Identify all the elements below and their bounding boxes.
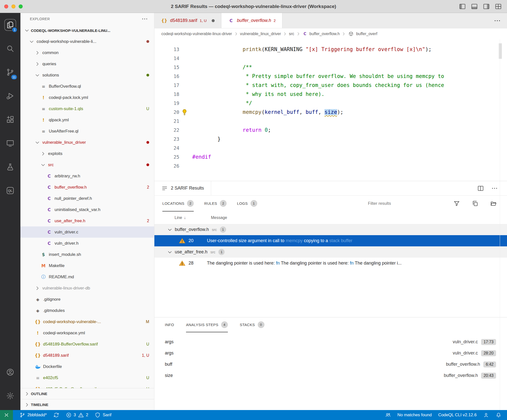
activity-bar-item-extensions[interactable] bbox=[0, 108, 20, 131]
filter-results-input[interactable]: Filter results bbox=[368, 201, 391, 206]
message-link[interactable]: fn bbox=[350, 261, 354, 266]
tree-item-vulnerable-linux-driver-db[interactable]: vulnerable-linux-driver-db bbox=[20, 282, 154, 294]
sidebar-section-outline[interactable]: OUTLINE bbox=[20, 388, 154, 399]
remote-indicator[interactable] bbox=[0, 410, 13, 420]
tree-item-custom-suite-1-qls[interactable]: ≡custom-suite-1.qlsU bbox=[20, 103, 154, 114]
panel-title-tab[interactable]: 2 SARIF Results bbox=[154, 181, 211, 195]
open-log-folder-icon[interactable] bbox=[490, 200, 497, 207]
activity-bar-item-explorer[interactable]: 1 bbox=[0, 13, 20, 37]
tree-item-queries[interactable]: queries bbox=[20, 58, 154, 70]
details-tab-stacks[interactable]: STACKS0 bbox=[240, 317, 264, 332]
tree-item-codeql-workspace-yml[interactable]: !codeql-workspace.yml bbox=[20, 327, 154, 339]
tree-item-bufferoverflow-ql[interactable]: ≡BufferOverflow.ql bbox=[20, 81, 154, 92]
result-group-use-after-free-h[interactable]: use_after_free.hsrc1 bbox=[154, 246, 507, 258]
tree-item-use-after-free-h[interactable]: Cuse_after_free.h2 bbox=[20, 215, 154, 226]
activity-bar-item-settings[interactable] bbox=[0, 384, 20, 408]
tree-item-vuln-driver-h[interactable]: Cvuln_driver.h bbox=[20, 238, 154, 249]
tree-item-vulnerable-linux-driver[interactable]: vulnerable_linux_driver bbox=[20, 137, 154, 148]
tree-item-null-pointer-deref-h[interactable]: Cnull_pointer_deref.h bbox=[20, 193, 154, 204]
activity-bar-item-accounts[interactable] bbox=[0, 360, 20, 384]
filter-icon[interactable] bbox=[453, 200, 460, 207]
analysis-step-args-28-20[interactable]: argsvuln_driver.c28:20 bbox=[154, 348, 507, 359]
analysis-step-buff-6-42[interactable]: buffbuffer_overflow.h6:42 bbox=[154, 359, 507, 370]
tree-item-exploits[interactable]: exploits bbox=[20, 148, 154, 159]
sidebar-section-timeline[interactable]: TIMELINE bbox=[20, 399, 154, 410]
breadcrumb-vulnerable-linux-driver[interactable]: vulnerable_linux_driver bbox=[240, 32, 281, 36]
workspace-root-row[interactable]: CODEQL-WORKSHOP-VULNERABLE-LINU... bbox=[20, 25, 154, 36]
message-column-header[interactable]: Message bbox=[211, 215, 227, 220]
tree-item-qlpack-yml[interactable]: !qlpack.yml bbox=[20, 114, 154, 126]
tree-item-e402cf5-bufferoverflow-sarif[interactable]: {}e402cf5-BufferOverflow.sarifU bbox=[20, 383, 154, 388]
breadcrumb-buffer-overf[interactable]: buffer_overf bbox=[348, 31, 377, 37]
tree-item-readme-md[interactable]: ⓘREADME.md bbox=[20, 271, 154, 282]
scrollbar-thumb[interactable] bbox=[499, 43, 502, 59]
message-link[interactable]: fn bbox=[276, 261, 280, 266]
breadcrumb-src[interactable]: src bbox=[289, 32, 294, 36]
panel-tab-logs[interactable]: LOGS1 bbox=[237, 196, 257, 211]
lightbulb-icon[interactable] bbox=[181, 108, 188, 116]
details-tab-info[interactable]: INFO bbox=[165, 317, 174, 332]
panel-tab-locations[interactable]: LOCATIONS2 bbox=[162, 196, 194, 211]
line-column-header[interactable]: Line bbox=[175, 215, 182, 220]
tree-item-src[interactable]: src bbox=[20, 159, 154, 170]
problems-status[interactable]: 3 2 bbox=[66, 412, 88, 418]
tree-item-d548189-sarif[interactable]: {}d548189.sarif1, U bbox=[20, 350, 154, 361]
tree-item-solutions[interactable]: solutions bbox=[20, 70, 154, 81]
tree-item-common[interactable]: common bbox=[20, 47, 154, 58]
split-panel-icon[interactable] bbox=[477, 185, 484, 192]
activity-bar-item-testing[interactable] bbox=[0, 155, 20, 179]
activity-bar-item-source-control[interactable]: 11 bbox=[0, 60, 20, 84]
codeql-cli-status[interactable]: CodeQL CLI v2.12.6 bbox=[438, 413, 477, 418]
tree-item-gitignore[interactable]: ◈.gitignore bbox=[20, 294, 154, 305]
tree-item-gitmodules[interactable]: ◈.gitmodules bbox=[20, 305, 154, 316]
tree-item-codeql-workshop-vulnerable-li[interactable]: codeql-workshop-vulnerable-li... bbox=[20, 36, 154, 47]
activity-bar-item-run-debug[interactable] bbox=[0, 84, 20, 108]
breadcrumb-buffer-overflow-h[interactable]: Cbuffer_overflow.h bbox=[302, 31, 340, 36]
result-row-line-28[interactable]: 28The dangling pointer is used here: fn … bbox=[154, 258, 507, 269]
details-tab-analysis-steps[interactable]: ANALYSIS STEPS4 bbox=[186, 317, 228, 332]
toggle-secondary-sidebar-icon[interactable] bbox=[483, 3, 490, 10]
toggle-panel-icon[interactable] bbox=[471, 3, 478, 10]
panel-tab-rules[interactable]: RULES2 bbox=[204, 196, 227, 211]
message-link[interactable]: memcpy bbox=[286, 238, 303, 243]
people-status[interactable] bbox=[385, 412, 391, 418]
notifications-status[interactable] bbox=[496, 412, 502, 418]
tab-d548189-sarif[interactable]: {}d548189.sarif1, U bbox=[154, 13, 221, 28]
activity-bar-item-remote-explorer[interactable] bbox=[0, 131, 20, 155]
activity-bar-item-codeql[interactable]: QL bbox=[0, 179, 20, 202]
tree-item-makefile[interactable]: MMakefile bbox=[20, 260, 154, 271]
tree-item-e402cf5[interactable]: ≡e402cf5U bbox=[20, 372, 154, 383]
analysis-step-args-17-73[interactable]: argsvuln_driver.c17:73 bbox=[154, 336, 507, 348]
result-row-line-20[interactable]: 20User-controlled size argument in call … bbox=[154, 235, 507, 246]
tree-item-useafterfree-ql[interactable]: ≡UseAfterFree.ql bbox=[20, 126, 154, 137]
matches-status[interactable]: No matches found bbox=[397, 413, 432, 418]
minimize-window-button[interactable] bbox=[11, 4, 15, 8]
tree-item-arbitrary-rw-h[interactable]: Carbitrary_rw.h bbox=[20, 170, 154, 182]
activity-bar-item-search[interactable] bbox=[0, 37, 20, 60]
toggle-sidebar-icon[interactable] bbox=[459, 3, 466, 10]
feedback-status[interactable] bbox=[483, 412, 489, 418]
breadcrumb-codeql-workshop-vulnerable-linux-driver[interactable]: codeql-workshop-vulnerable-linux-driver bbox=[161, 32, 232, 36]
code-editor[interactable]: 1314151617181920212223242526 printk(KERN… bbox=[154, 39, 507, 181]
tree-item-dockerfile[interactable]: Dockerfile bbox=[20, 361, 154, 372]
analysis-step-size-20-43[interactable]: sizebuffer_overflow.h20:43 bbox=[154, 370, 507, 381]
sync-status[interactable] bbox=[53, 412, 59, 418]
copy-icon[interactable] bbox=[472, 200, 479, 207]
tab-buffer-overflow-h[interactable]: Cbuffer_overflow.h2 bbox=[221, 13, 282, 28]
tree-item-uninitialised-stack-var-h[interactable]: Cuninitialised_stack_var.h bbox=[20, 204, 154, 215]
result-group-buffer-overflow-h[interactable]: buffer_overflow.hsrc1 bbox=[154, 224, 507, 235]
panel-more-icon[interactable] bbox=[491, 185, 498, 192]
tree-item-vuln-driver-c[interactable]: Cvuln_driver.c bbox=[20, 226, 154, 238]
tree-item-d548189-bufferoverflow-sarif[interactable]: {}d548189-BufferOverflow.sarifU bbox=[20, 339, 154, 350]
tree-item-codeql-pack-lock-yml[interactable]: !codeql-pack.lock.yml bbox=[20, 92, 154, 103]
zoom-window-button[interactable] bbox=[19, 4, 23, 8]
tree-item-buffer-overflow-h[interactable]: Cbuffer_overflow.h2 bbox=[20, 182, 154, 193]
message-link[interactable]: stack buffer bbox=[329, 238, 352, 243]
branch-status[interactable]: 2bbfdadd* bbox=[19, 412, 47, 418]
explorer-more-actions-icon[interactable] bbox=[141, 15, 148, 22]
customize-layout-icon[interactable] bbox=[495, 3, 502, 10]
dirty-indicator-icon[interactable] bbox=[212, 19, 215, 22]
tree-item-insert-module-sh[interactable]: $insert_module.sh bbox=[20, 249, 154, 260]
tree-item-codeql-workshop-vulnerable[interactable]: {}codeql-workshop-vulnerable-...M bbox=[20, 316, 154, 327]
close-window-button[interactable] bbox=[4, 4, 8, 8]
